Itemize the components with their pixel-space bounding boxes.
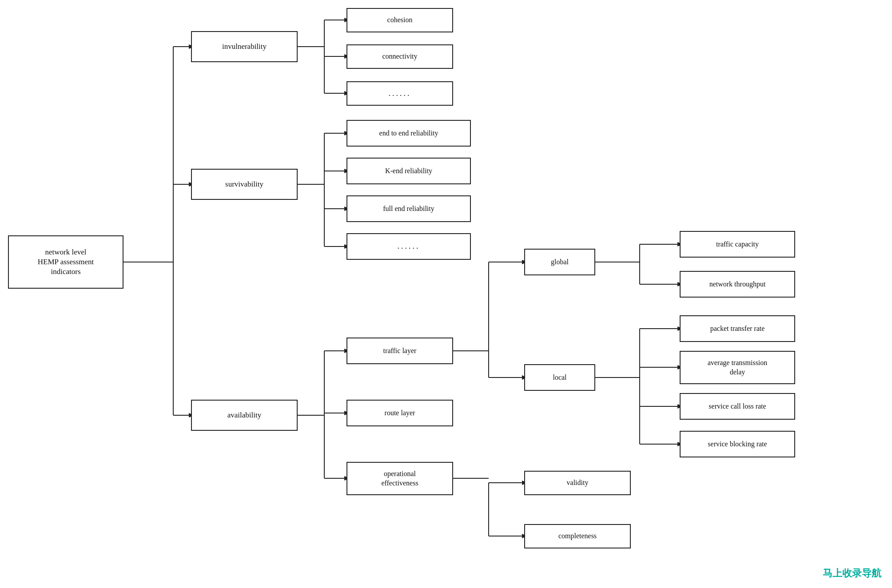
end-to-end-box: end to end reliability [346,120,471,147]
diagram: network level HEMP assessment indicators… [0,0,892,588]
completeness-label: completeness [558,532,597,541]
traffic-capacity-box: traffic capacity [680,231,795,258]
network-throughput-box: network throughput [680,271,795,298]
inv-dots-box: ...... [346,81,453,106]
end-to-end-label: end to end reliability [379,129,438,138]
packet-transfer-box: packet transfer rate [680,315,795,342]
connectivity-label: connectivity [382,52,417,61]
service-blocking-box: service blocking rate [680,431,795,457]
watermark: 马上收录导航 [823,567,881,580]
traffic-layer-label: traffic layer [383,346,417,356]
full-end-label: full end reliability [383,204,434,214]
traffic-layer-box: traffic layer [346,338,453,364]
availability-label: availability [227,410,261,420]
cohesion-label: cohesion [387,16,413,25]
inv-dots-label: ...... [389,88,411,99]
network-throughput-label: network throughput [709,280,766,289]
validity-label: validity [567,478,589,488]
operational-box: operational effectiveness [346,462,453,495]
invulnerability-label: invulnerability [222,42,267,52]
connectivity-box: connectivity [346,44,453,69]
avg-transmission-label: average transmission delay [708,358,768,377]
surv-dots-box: ...... [346,233,471,260]
global-label: global [551,258,569,267]
invulnerability-box: invulnerability [191,31,298,62]
validity-box: validity [524,471,631,495]
root-label: network level HEMP assessment indicators [38,247,94,277]
route-layer-box: route layer [346,400,453,426]
local-label: local [553,373,566,382]
survivability-box: survivability [191,169,298,200]
packet-transfer-label: packet transfer rate [710,324,765,334]
traffic-capacity-label: traffic capacity [716,240,759,249]
avg-transmission-box: average transmission delay [680,351,795,384]
survivability-label: survivability [225,179,263,189]
surv-dots-label: ...... [398,241,420,251]
service-blocking-label: service blocking rate [708,440,767,449]
completeness-box: completeness [524,524,631,548]
k-end-box: K-end reliability [346,158,471,184]
root-box: network level HEMP assessment indicators [8,235,123,289]
full-end-box: full end reliability [346,195,471,222]
global-box: global [524,249,595,275]
availability-box: availability [191,400,298,431]
service-call-loss-box: service call loss rate [680,393,795,420]
operational-label: operational effectiveness [381,469,418,488]
service-call-loss-label: service call loss rate [709,402,766,411]
route-layer-label: route layer [385,409,415,418]
k-end-label: K-end reliability [385,167,432,176]
cohesion-box: cohesion [346,8,453,32]
local-box: local [524,364,595,391]
